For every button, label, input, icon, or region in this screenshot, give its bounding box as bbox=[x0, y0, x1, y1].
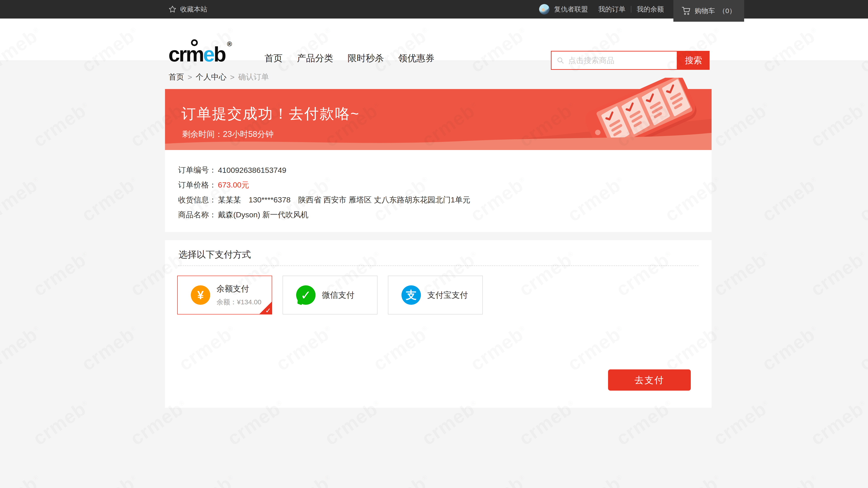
balance-yen-icon: ¥ bbox=[191, 285, 210, 305]
breadcrumb-user-center[interactable]: 个人中心 bbox=[196, 72, 226, 82]
order-price-value: 673.00元 bbox=[218, 180, 249, 190]
search-icon bbox=[557, 57, 564, 64]
breadcrumb-separator: > bbox=[188, 73, 192, 82]
breadcrumb-separator: > bbox=[230, 73, 235, 82]
nav-coupons[interactable]: 领优惠券 bbox=[398, 52, 434, 64]
payment-method-alipay[interactable]: 支 支付宝支付 ✓ bbox=[388, 275, 483, 315]
cart-icon bbox=[682, 6, 691, 15]
shipping-info-value: 某某某 130****6378 陕西省 西安市 雁塔区 丈八东路胡东花园北门1单… bbox=[218, 195, 470, 205]
search-button[interactable]: 搜索 bbox=[677, 51, 710, 70]
order-number-label: 订单编号： bbox=[178, 165, 218, 175]
logo-text: cr bbox=[168, 43, 186, 66]
favorite-site-label: 收藏本站 bbox=[180, 5, 207, 14]
cart-label: 购物车 bbox=[694, 6, 715, 15]
balance-amount: 余额：¥134.00 bbox=[217, 297, 261, 307]
payment-method-balance[interactable]: ¥ 余额支付 余额：¥134.00 ✓ bbox=[177, 275, 272, 315]
crmeb-logo[interactable]: crmeb® bbox=[168, 44, 230, 65]
dashed-divider bbox=[178, 265, 699, 266]
payment-section-title: 选择以下支付方式 bbox=[179, 248, 251, 261]
breadcrumb-home[interactable]: 首页 bbox=[168, 72, 184, 82]
topbar: 收藏本站 复仇者联盟 我的订单 我的余额 购物车 （0） bbox=[0, 0, 868, 19]
star-icon bbox=[168, 5, 177, 13]
shipping-info-row: 收货信息： 某某某 130****6378 陕西省 西安市 雁塔区 丈八东路胡东… bbox=[178, 193, 712, 207]
order-info-block: 订单编号： 4100926386153749 订单价格： 673.00元 收货信… bbox=[165, 150, 712, 232]
logo-head-dot bbox=[191, 39, 198, 46]
selected-corner-check-icon: ✓ bbox=[259, 301, 272, 315]
order-price-label: 订单价格： bbox=[178, 180, 218, 190]
payment-method-wechat[interactable]: ✓ 微信支付 ✓ bbox=[283, 275, 377, 315]
shipping-info-label: 收货信息： bbox=[178, 195, 218, 205]
alipay-icon: 支 bbox=[401, 285, 421, 305]
divider bbox=[631, 6, 631, 13]
cart-count: （0） bbox=[719, 6, 736, 15]
order-success-banner: 订单提交成功！去付款咯~ 剩余时间：23小时58分钟 bbox=[165, 89, 712, 150]
payment-methods: ¥ 余额支付 余额：¥134.00 ✓ ✓ 微信支付 ✓ bbox=[177, 275, 483, 315]
go-pay-button[interactable]: 去支付 bbox=[608, 369, 691, 391]
my-orders-link[interactable]: 我的订单 bbox=[598, 5, 625, 14]
favorite-site-link[interactable]: 收藏本站 bbox=[168, 0, 207, 19]
payment-method-name: 余额支付 bbox=[217, 283, 261, 294]
order-number-value: 4100926386153749 bbox=[218, 166, 286, 175]
nav-home[interactable]: 首页 bbox=[265, 52, 283, 64]
payment-block: 选择以下支付方式 ¥ 余额支付 余额：¥134.00 ✓ ✓ bbox=[165, 240, 712, 408]
my-balance-link[interactable]: 我的余额 bbox=[637, 5, 664, 14]
username[interactable]: 复仇者联盟 bbox=[554, 5, 588, 14]
nav-categories[interactable]: 产品分类 bbox=[297, 52, 333, 64]
site-header: crmeb® 首页 产品分类 限时秒杀 领优惠券 搜索 bbox=[0, 19, 868, 61]
logo-text: b bbox=[214, 43, 225, 66]
payment-method-name: 微信支付 bbox=[322, 290, 354, 301]
search-bar: 搜索 bbox=[551, 51, 710, 70]
topbar-user-area: 复仇者联盟 我的订单 我的余额 购物车 （0） bbox=[539, 0, 744, 19]
search-input-wrap bbox=[551, 51, 677, 70]
product-name-label: 商品名称： bbox=[178, 210, 218, 220]
payment-method-name: 支付宝支付 bbox=[427, 290, 468, 301]
user-avatar[interactable] bbox=[539, 4, 550, 14]
wechat-icon: ✓ bbox=[296, 285, 315, 305]
banner-title: 订单提交成功！去付款咯~ bbox=[181, 104, 360, 124]
main-nav: 首页 产品分类 限时秒杀 领优惠券 bbox=[265, 37, 434, 79]
logo-text: m bbox=[186, 43, 203, 66]
banner-wave bbox=[165, 129, 712, 150]
product-name-value: 戴森(Dyson) 新一代吹风机 bbox=[218, 210, 308, 220]
product-name-row: 商品名称： 戴森(Dyson) 新一代吹风机 bbox=[178, 207, 712, 222]
order-price-row: 订单价格： 673.00元 bbox=[178, 177, 712, 193]
breadcrumb: 首页 > 个人中心 > 确认订单 bbox=[168, 72, 269, 82]
search-input[interactable] bbox=[568, 56, 668, 65]
cart-button[interactable]: 购物车 （0） bbox=[673, 0, 744, 22]
order-confirm-page: 收藏本站 复仇者联盟 我的订单 我的余额 购物车 （0） crmeb® bbox=[0, 0, 868, 488]
nav-flash-sale[interactable]: 限时秒杀 bbox=[348, 52, 384, 64]
registered-mark: ® bbox=[227, 40, 232, 48]
order-number-row: 订单编号： 4100926386153749 bbox=[178, 163, 712, 177]
logo-text-accent: e bbox=[203, 43, 214, 66]
